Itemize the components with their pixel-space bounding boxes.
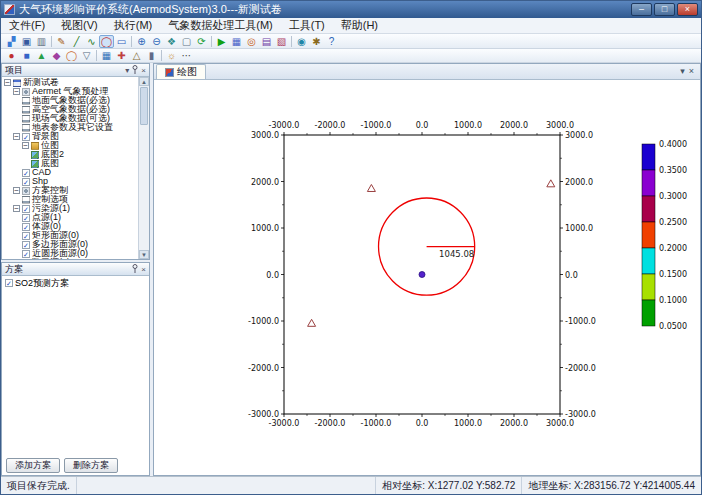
tree-item[interactable]: −位图 xyxy=(2,141,138,150)
add-scheme-button[interactable]: 添加方案 xyxy=(6,458,60,473)
run-model-icon[interactable]: ▶ xyxy=(214,35,229,48)
tree-checkbox[interactable]: ✓ xyxy=(22,223,30,231)
tree-item[interactable]: 地面气象数据(必选) xyxy=(2,96,138,105)
tree-checkbox[interactable]: ✓ xyxy=(22,214,30,222)
maximize-button[interactable]: □ xyxy=(654,3,675,16)
expand-toggle-icon[interactable]: − xyxy=(13,205,20,212)
chevron-down-icon[interactable]: ▾ xyxy=(125,66,129,75)
tree-item[interactable]: 控制选项 xyxy=(2,195,138,204)
area-source-icon[interactable]: ▲ xyxy=(34,49,49,62)
edit-tool-icon[interactable]: ✎ xyxy=(54,35,69,48)
source-point[interactable] xyxy=(419,272,425,278)
tree-item[interactable]: ✓敞口源(0) xyxy=(2,258,138,259)
volume-source-icon[interactable]: ■ xyxy=(19,49,34,62)
tree-item[interactable]: 地表参数及其它设置 xyxy=(2,123,138,132)
ring-source-icon[interactable]: ◯ xyxy=(64,49,79,62)
tree-item[interactable]: ✓近圆形面源(0) xyxy=(2,249,138,258)
tab-list-icon[interactable]: ▾ xyxy=(680,66,685,76)
receptor-grid-icon[interactable]: ▦ xyxy=(99,49,114,62)
delete-scheme-button[interactable]: 删除方案 xyxy=(64,458,118,473)
help-icon[interactable]: ? xyxy=(324,35,339,48)
wind-rose-icon[interactable]: ☼ xyxy=(164,49,179,62)
grid-data-icon[interactable]: ▦ xyxy=(229,35,244,48)
scroll-down-icon[interactable]: ▼ xyxy=(139,250,149,259)
tree-item[interactable]: ✓点源(1) xyxy=(2,213,138,222)
line-tool-icon[interactable]: ╱ xyxy=(69,35,84,48)
menu-item[interactable]: 气象数据处理工具(M) xyxy=(160,17,281,34)
tree-item[interactable]: ✓矩形面源(0) xyxy=(2,231,138,240)
point-source-icon[interactable]: ● xyxy=(4,49,19,62)
tree-item[interactable]: −方案控制 xyxy=(2,186,138,195)
tree-checkbox[interactable]: ✓ xyxy=(22,178,30,186)
tree-item[interactable]: −✓污染源(1) xyxy=(2,204,138,213)
rect-tool-icon[interactable]: ▭ xyxy=(114,35,129,48)
print-icon[interactable]: ▥ xyxy=(34,35,49,48)
tree-checkbox[interactable]: ✓ xyxy=(22,232,30,240)
expand-toggle-icon[interactable]: − xyxy=(13,187,20,194)
scroll-up-icon[interactable]: ▲ xyxy=(139,77,149,86)
tree-item[interactable]: 底图 xyxy=(2,159,138,168)
tree-checkbox[interactable]: ✓ xyxy=(22,169,30,177)
scrollbar-track[interactable] xyxy=(139,86,149,250)
tree-checkbox[interactable]: ✓ xyxy=(22,205,30,213)
panel-close-icon[interactable]: × xyxy=(141,66,146,75)
minimize-button[interactable]: – xyxy=(631,3,652,16)
refresh-icon[interactable]: ⟳ xyxy=(194,35,209,48)
save-project-icon[interactable]: ▣ xyxy=(19,35,34,48)
more-options-icon[interactable]: ⋯ xyxy=(179,49,194,62)
building-icon[interactable]: ▮ xyxy=(144,49,159,62)
tree-item[interactable]: −新测试卷 xyxy=(2,78,138,87)
open-project-icon[interactable]: ▞ xyxy=(4,35,19,48)
polyline-tool-icon[interactable]: ∿ xyxy=(84,35,99,48)
open-pit-source-icon[interactable]: ▽ xyxy=(79,49,94,62)
tab-drawing[interactable]: 绘图 xyxy=(156,64,206,79)
zoom-out-icon[interactable]: ⊖ xyxy=(149,35,164,48)
tree-checkbox[interactable]: ✓ xyxy=(22,241,30,249)
expand-toggle-icon[interactable]: − xyxy=(13,133,20,140)
full-extent-icon[interactable]: ▢ xyxy=(179,35,194,48)
menu-item[interactable]: 视图(V) xyxy=(53,17,106,34)
tree-item[interactable]: ✓体源(0) xyxy=(2,222,138,231)
globe-icon[interactable]: ◉ xyxy=(294,35,309,48)
tree-checkbox[interactable]: ✓ xyxy=(22,133,30,141)
pan-tool-icon[interactable]: ❖ xyxy=(164,35,179,48)
expand-toggle-icon[interactable]: − xyxy=(13,88,20,95)
tree-item[interactable]: −Aermet 气象预处理 xyxy=(2,87,138,96)
polygon-source-icon[interactable]: ◆ xyxy=(49,49,64,62)
title-bar[interactable]: 大气环境影响评价系统(AermodSystem)3.0---新测试卷 – □ × xyxy=(1,1,701,18)
settings-icon[interactable]: ✱ xyxy=(309,35,324,48)
menu-item[interactable]: 帮助(H) xyxy=(333,17,386,34)
menu-item[interactable]: 执行(M) xyxy=(106,17,161,34)
tree-item[interactable]: ✓Shp xyxy=(2,177,138,186)
tree-scrollbar[interactable]: ▲ ▼ xyxy=(138,77,149,259)
layers-icon[interactable]: ▤ xyxy=(259,35,274,48)
contour-map-icon[interactable]: ◎ xyxy=(244,35,259,48)
expand-toggle-icon[interactable]: − xyxy=(4,79,11,86)
tree-checkbox[interactable]: ✓ xyxy=(22,250,30,258)
zoom-in-icon[interactable]: ⊕ xyxy=(134,35,149,48)
chart-view-icon[interactable]: ▧ xyxy=(274,35,289,48)
pin-icon[interactable] xyxy=(132,264,138,275)
scheme-checkbox[interactable]: ✓ xyxy=(5,279,13,287)
tree-checkbox[interactable]: ✓ xyxy=(22,259,30,260)
circle-tool-icon[interactable]: ◯ xyxy=(99,35,114,48)
tree-item[interactable]: 底图2 xyxy=(2,150,138,159)
terrain-icon[interactable]: △ xyxy=(129,49,144,62)
pin-icon[interactable] xyxy=(132,65,138,76)
close-button[interactable]: × xyxy=(677,3,698,16)
receptor-point-icon[interactable]: ✚ xyxy=(114,49,129,62)
panel-close-icon[interactable]: × xyxy=(141,265,146,274)
scrollbar-thumb[interactable] xyxy=(140,87,148,125)
menu-item[interactable]: 工具(T) xyxy=(281,17,333,34)
scheme-item[interactable]: ✓SO2预测方案 xyxy=(5,278,146,288)
plot-canvas[interactable]: -3000.0-3000.0-2000.0-2000.0-1000.0-1000… xyxy=(154,80,700,475)
tab-close-icon[interactable]: × xyxy=(689,66,694,76)
expand-toggle-icon[interactable]: − xyxy=(22,142,29,149)
menu-item[interactable]: 文件(F) xyxy=(1,17,53,34)
y-tick-label: 2000.0 xyxy=(251,178,279,187)
tree-item[interactable]: 高空气象数据(必选) xyxy=(2,105,138,114)
tree-item[interactable]: −✓背景图 xyxy=(2,132,138,141)
tree-item[interactable]: ✓多边形面源(0) xyxy=(2,240,138,249)
tree-item[interactable]: 现场气象数据(可选) xyxy=(2,114,138,123)
tree-item[interactable]: ✓CAD xyxy=(2,168,138,177)
